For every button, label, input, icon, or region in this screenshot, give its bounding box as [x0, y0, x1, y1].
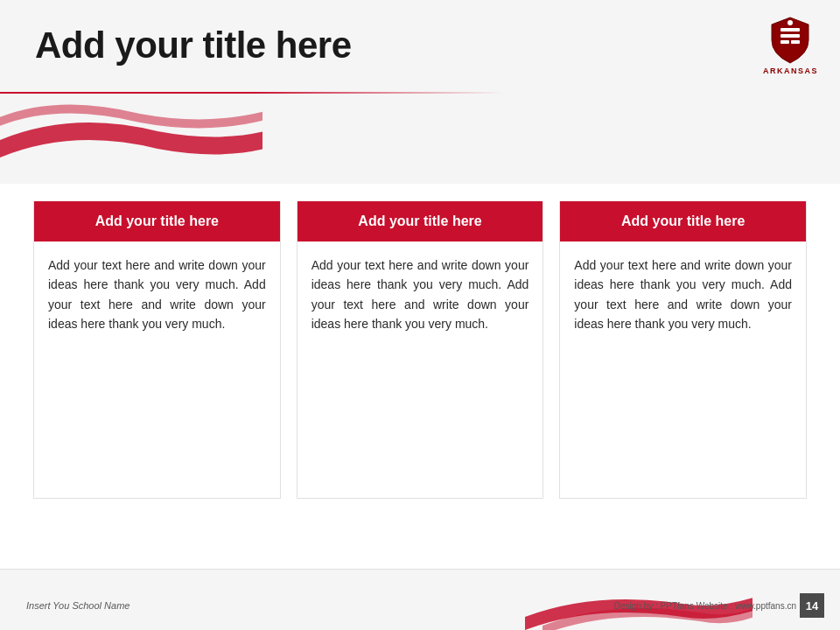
card-2-title: Add your title here [358, 214, 481, 228]
school-name: Insert You School Name [26, 600, 130, 611]
svg-point-4 [788, 20, 793, 25]
svg-rect-3 [791, 40, 800, 44]
card-2: Add your title here Add your text here a… [297, 201, 544, 499]
title-underline [0, 92, 840, 94]
page-number: 14 [800, 593, 824, 618]
card-1-title: Add your title here [95, 214, 219, 228]
content-area: Add your title here Add your text here a… [0, 184, 840, 569]
university-name: ARKANSAS [763, 66, 818, 75]
slide: Add your title here ARKANSAS Add your ti… [0, 0, 840, 630]
svg-rect-1 [780, 34, 800, 38]
footer-area: Insert You School Name Design by : PPTfa… [0, 569, 840, 630]
university-logo [768, 16, 812, 65]
card-3: Add your title here Add your text here a… [559, 201, 807, 499]
card-3-title: Add your title here [621, 214, 745, 228]
card-1-header: Add your title here [34, 201, 280, 242]
top-area: Add your title here ARKANSAS [0, 0, 840, 184]
card-2-header: Add your title here [298, 201, 543, 242]
card-3-body: Add your text here and write down your i… [560, 242, 806, 348]
svg-rect-2 [780, 40, 789, 44]
logo-area: ARKANSAS [763, 16, 818, 75]
card-2-body: Add your text here and write down your i… [298, 242, 543, 348]
swoosh-bottom-decoration [525, 569, 752, 630]
footer-credit: Design by : PPTfans Website : www.pptfan… [614, 601, 796, 611]
card-1-body: Add your text here and write down your i… [34, 242, 280, 348]
svg-rect-0 [780, 28, 800, 32]
main-title: Add your title here [35, 24, 352, 66]
card-1: Add your title here Add your text here a… [33, 201, 281, 499]
card-3-header: Add your title here [560, 201, 806, 242]
